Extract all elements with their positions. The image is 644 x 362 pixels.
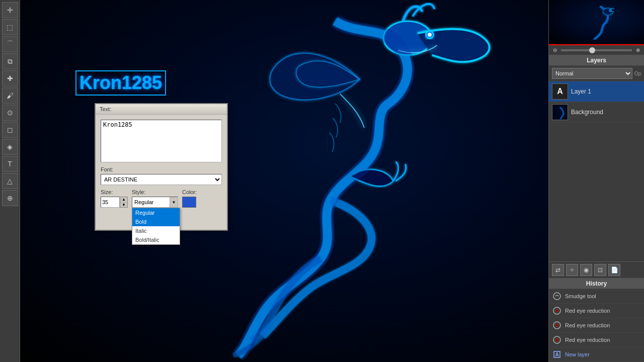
tool-crop[interactable]: ⧉ [2, 53, 18, 69]
svg-point-12 [556, 325, 558, 326]
history-item-newlayer[interactable]: A New layer [549, 347, 644, 362]
redeye-icon-1 [552, 306, 562, 316]
style-dropdown: Regular Bold Italic Bold/Italic [132, 208, 180, 245]
dialog-body: Kron1285 Font: AR DESTINE Size: ▲ ▼ [96, 115, 227, 230]
layer-mask-btn[interactable]: ◉ [580, 264, 592, 276]
redeye-icon-3 [552, 335, 562, 345]
color-section: Color: [182, 189, 197, 208]
svg-point-2 [428, 33, 432, 37]
history-item-smudge[interactable]: Smudge tool [549, 289, 644, 304]
layers-list: A Layer 1 Background [549, 81, 644, 261]
svg-point-9 [556, 310, 558, 312]
history-item-redeye-2[interactable]: Red eye reduction [549, 318, 644, 333]
layer-add-btn[interactable]: 📄 [608, 264, 620, 276]
layers-header: Layers [549, 55, 644, 66]
layer-item-bg[interactable]: Background [549, 102, 644, 123]
history-smudge-label: Smudge tool [565, 293, 596, 299]
blend-mode-select[interactable]: Normal Multiply Screen Overlay [552, 68, 632, 79]
history-newlayer-label: New layer [565, 351, 590, 357]
color-label: Color: [182, 189, 197, 195]
tool-lasso[interactable]: ⌒ [2, 36, 18, 52]
canvas-text-display: Kron1285 [75, 70, 166, 96]
smudge-icon [552, 291, 562, 301]
history-item-redeye-3[interactable]: Red eye reduction [549, 333, 644, 347]
left-toolbar: ✛ ⬚ ⌒ ⧉ ✚ 🖌 ⊙ ◻ ◈ T △ ⊕ [0, 0, 20, 362]
opacity-label: Op [634, 71, 641, 76]
right-panel: ⊖ ⊕ Layers Normal Multiply Screen Overla… [548, 0, 644, 362]
layer-1-thumb: A [552, 83, 568, 100]
size-section: Size: ▲ ▼ [101, 189, 128, 208]
zoom-thumb[interactable] [589, 47, 595, 53]
zoom-slider[interactable] [561, 49, 632, 51]
style-section: Style: Regular ▼ Regular Bold Italic Bol… [132, 189, 178, 208]
zoom-in-icon[interactable]: ⊕ [635, 47, 641, 53]
history-item-redeye-1[interactable]: Red eye reduction [549, 304, 644, 318]
size-label: Size: [101, 189, 128, 195]
tool-brush[interactable]: 🖌 [2, 87, 18, 104]
history-redeye-3-label: Red eye reduction [565, 337, 610, 343]
text-input[interactable]: Kron1285 [101, 120, 222, 162]
layer-link-btn[interactable]: ⇄ [552, 264, 564, 276]
layer-group-btn[interactable]: ⊡ [594, 264, 606, 276]
zoom-out-icon[interactable]: ⊖ [552, 47, 558, 53]
layer-item-1[interactable]: A Layer 1 [549, 81, 644, 102]
tool-zoom[interactable]: ⊕ [2, 190, 18, 206]
font-select[interactable]: AR DESTINE [101, 174, 222, 185]
layers-panel: Layers Normal Multiply Screen Overlay Op… [549, 55, 644, 279]
style-option-regular[interactable]: Regular [132, 208, 180, 217]
dialog-titlebar: Text: [96, 104, 227, 115]
style-option-bolditalic[interactable]: Bold/Italic [132, 235, 180, 244]
svg-point-15 [556, 339, 558, 341]
layer-bg-name: Background [571, 109, 603, 116]
history-redeye-1-label: Red eye reduction [565, 308, 610, 314]
svg-point-4 [609, 10, 611, 12]
text-dialog: Text: Kron1285 Font: AR DESTINE Size: [95, 103, 228, 231]
dialog-title: Text: [100, 106, 111, 112]
color-picker[interactable] [182, 197, 196, 208]
style-option-bold[interactable]: Bold [132, 217, 180, 226]
svg-text:A: A [555, 352, 558, 357]
size-spinner[interactable]: ▲ ▼ [120, 197, 128, 208]
size-input[interactable] [101, 197, 120, 208]
tool-select[interactable]: ⬚ [2, 19, 18, 35]
preview-image [549, 0, 644, 44]
layer-toolbar: ⇄ ✧ ◉ ⊡ 📄 [549, 261, 644, 279]
layer-effects-btn[interactable]: ✧ [566, 264, 578, 276]
redeye-icon-2 [552, 320, 562, 330]
layer-bg-thumb [552, 104, 568, 120]
tool-fill[interactable]: ◈ [2, 139, 18, 155]
zoom-controls: ⊖ ⊕ [549, 45, 644, 55]
tool-heal[interactable]: ✚ [2, 70, 18, 86]
tool-text[interactable]: T [2, 156, 18, 172]
style-label: Style: [132, 189, 178, 195]
style-value: Regular [132, 199, 170, 205]
font-label: Font: [101, 166, 222, 172]
history-header: History [549, 279, 644, 289]
preview-thumbnail [549, 0, 644, 45]
svg-point-6 [553, 293, 560, 300]
style-option-italic[interactable]: Italic [132, 226, 180, 235]
tool-move[interactable]: ✛ [2, 2, 18, 18]
tool-shape[interactable]: △ [2, 173, 18, 189]
tool-erase[interactable]: ◻ [2, 122, 18, 138]
canvas-area: Kron1285 Text: Kron1285 Font: AR DESTINE… [20, 0, 548, 362]
history-panel: History Smudge tool Red eye reduction [549, 279, 644, 362]
layer-1-name: Layer 1 [571, 88, 591, 95]
style-display[interactable]: Regular ▼ [132, 197, 178, 208]
tool-clone[interactable]: ⊙ [2, 105, 18, 121]
newlayer-icon: A [552, 349, 562, 359]
blend-row: Normal Multiply Screen Overlay Op [549, 66, 644, 81]
history-redeye-2-label: Red eye reduction [565, 322, 610, 328]
